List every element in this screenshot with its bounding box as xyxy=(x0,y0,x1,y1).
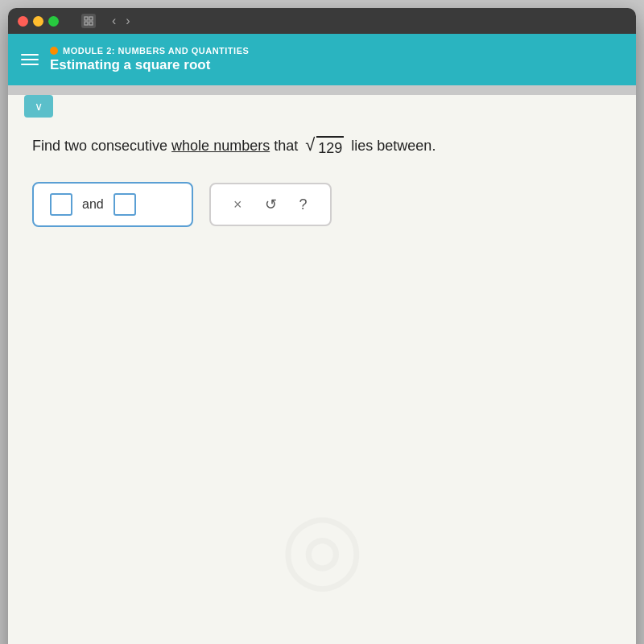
first-input[interactable] xyxy=(50,193,72,216)
forward-button[interactable]: › xyxy=(122,14,133,28)
whole-numbers-link[interactable]: whole numbers xyxy=(171,138,270,154)
and-label: and xyxy=(82,197,104,212)
module-label: MODULE 2: NUMBERS AND QUANTITIES xyxy=(50,46,249,56)
maximize-button[interactable] xyxy=(48,16,59,27)
module-dot xyxy=(50,47,58,55)
help-button[interactable]: ? xyxy=(296,195,311,215)
clear-button[interactable]: × xyxy=(230,195,246,215)
close-button[interactable] xyxy=(18,16,28,27)
problem-text: Find two consecutive whole numbers that … xyxy=(32,135,612,159)
undo-button[interactable]: ↺ xyxy=(262,194,280,215)
chevron-button[interactable]: ∨ xyxy=(24,95,53,118)
title-bar: ‹ › xyxy=(8,8,636,34)
action-buttons-box: × ↺ ? xyxy=(209,183,332,226)
app-window: ‹ › MODULE 2: NUMBERS AND QUANTITIES Est… xyxy=(8,8,636,644)
app-header: MODULE 2: NUMBERS AND QUANTITIES Estimat… xyxy=(8,34,636,85)
lesson-title: Estimating a square root xyxy=(50,57,249,73)
svg-rect-1 xyxy=(89,17,93,20)
answer-input-box: and xyxy=(32,182,193,227)
back-button[interactable]: ‹ xyxy=(109,14,119,28)
svg-rect-0 xyxy=(85,17,88,20)
watermark: ◎ xyxy=(280,490,365,602)
traffic-lights xyxy=(18,16,59,27)
hamburger-menu[interactable] xyxy=(21,54,39,65)
second-input[interactable] xyxy=(114,193,136,216)
answer-row: and × ↺ ? xyxy=(32,182,612,227)
header-text: MODULE 2: NUMBERS AND QUANTITIES Estimat… xyxy=(50,46,249,73)
problem-area: Find two consecutive whole numbers that … xyxy=(8,127,636,251)
sqrt-value: 129 xyxy=(316,136,344,159)
svg-rect-3 xyxy=(89,22,93,25)
svg-rect-2 xyxy=(85,22,88,25)
nav-controls: ‹ › xyxy=(109,14,134,28)
sqrt-expression: √129 xyxy=(305,136,344,159)
content-area: ∨ Find two consecutive whole numbers tha… xyxy=(8,95,636,644)
minimize-button[interactable] xyxy=(33,16,43,27)
window-icon xyxy=(81,14,96,28)
